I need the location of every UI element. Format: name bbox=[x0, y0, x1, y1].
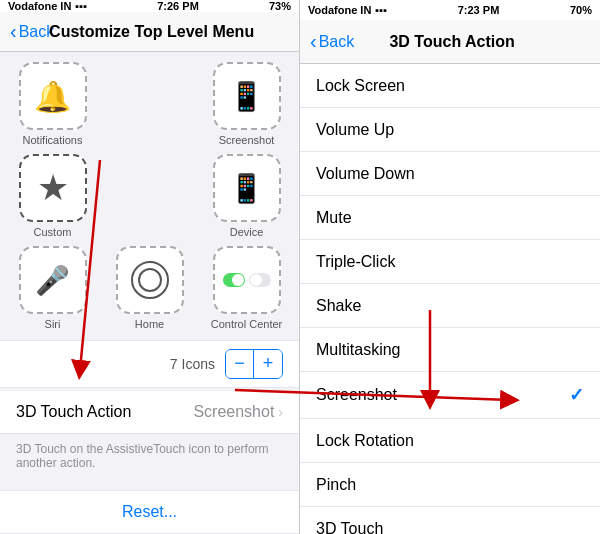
list-item-lock-rotation[interactable]: Lock Rotation bbox=[300, 419, 600, 463]
list-item-pinch[interactable]: Pinch bbox=[300, 463, 600, 507]
checkmark-icon: ✓ bbox=[569, 384, 584, 406]
list-item-label-lock-rotation: Lock Rotation bbox=[316, 432, 584, 450]
list-item-mute[interactable]: Mute bbox=[300, 196, 600, 240]
home-circle bbox=[131, 261, 169, 299]
list-item-screenshot[interactable]: Screenshot ✓ bbox=[300, 372, 600, 419]
icons-grid: Notifications Screenshot ★ Custom Device bbox=[0, 52, 299, 336]
action-list: Lock Screen Volume Up Volume Down Mute T… bbox=[300, 64, 600, 534]
icon-cell-control[interactable]: Control Center bbox=[202, 246, 291, 330]
icon-cell-empty bbox=[105, 62, 194, 146]
list-item-label-3d-touch: 3D Touch bbox=[316, 520, 584, 535]
stepper-minus[interactable]: − bbox=[226, 350, 254, 378]
list-item-label-triple-click: Triple-Click bbox=[316, 253, 584, 271]
icon-label-control: Control Center bbox=[211, 318, 283, 330]
icon-cell-siri[interactable]: Siri bbox=[8, 246, 97, 330]
right-panel: Vodafone IN ▪▪▪ 7:23 PM 70% ‹ Back 3D To… bbox=[300, 0, 600, 534]
icon-count-label: 7 Icons bbox=[170, 356, 215, 372]
left-nav-bar: ‹ Back Customize Top Level Menu bbox=[0, 12, 299, 52]
list-item-triple-click[interactable]: Triple-Click bbox=[300, 240, 600, 284]
list-item-label-shake: Shake bbox=[316, 297, 584, 315]
custom-star-icon: ★ bbox=[37, 167, 69, 209]
icon-box-custom[interactable]: ★ bbox=[19, 154, 87, 222]
time-left: 7:26 PM bbox=[157, 0, 199, 12]
icon-label-siri: Siri bbox=[45, 318, 61, 330]
icon-box-notifications[interactable] bbox=[19, 62, 87, 130]
list-item-multitasking[interactable]: Multitasking bbox=[300, 328, 600, 372]
touch-action-label: 3D Touch Action bbox=[16, 403, 193, 421]
icon-label-screenshot: Screenshot bbox=[219, 134, 275, 146]
notifications-icon bbox=[34, 79, 71, 114]
battery-right: 70% bbox=[570, 4, 592, 16]
control-toggle-icon bbox=[223, 273, 271, 287]
count-row: 7 Icons − + bbox=[0, 340, 299, 388]
icon-cell-home[interactable]: Home bbox=[105, 246, 194, 330]
icon-box-home[interactable] bbox=[116, 246, 184, 314]
chevron-right-icon: › bbox=[278, 404, 283, 420]
status-bar-left: Vodafone IN ▪▪▪ 7:26 PM 73% bbox=[0, 0, 299, 12]
icon-cell-notifications[interactable]: Notifications bbox=[8, 62, 97, 146]
time-right: 7:23 PM bbox=[458, 4, 500, 16]
carrier-left: Vodafone IN bbox=[8, 0, 71, 12]
icon-box-device[interactable] bbox=[213, 154, 281, 222]
list-item-lock-screen[interactable]: Lock Screen bbox=[300, 64, 600, 108]
signal-icon-right: ▪▪▪ bbox=[375, 4, 387, 16]
touch-action-row[interactable]: 3D Touch Action Screenshot › bbox=[0, 391, 299, 434]
icon-box-screenshot[interactable] bbox=[213, 62, 281, 130]
list-item-label-pinch: Pinch bbox=[316, 476, 584, 494]
icon-stepper[interactable]: − + bbox=[225, 349, 283, 379]
icon-box-control[interactable] bbox=[213, 246, 281, 314]
carrier-right: Vodafone IN bbox=[308, 4, 371, 16]
reset-row[interactable]: Reset... bbox=[0, 490, 299, 534]
icon-box-siri[interactable] bbox=[19, 246, 87, 314]
icon-label-notifications: Notifications bbox=[23, 134, 83, 146]
touch-action-value: Screenshot bbox=[193, 403, 274, 421]
list-item-shake[interactable]: Shake bbox=[300, 284, 600, 328]
icon-label-home: Home bbox=[135, 318, 164, 330]
screenshot-icon bbox=[229, 80, 264, 113]
icon-cell-screenshot[interactable]: Screenshot bbox=[202, 62, 291, 146]
stepper-plus[interactable]: + bbox=[254, 350, 282, 378]
icon-cell-device[interactable]: Device bbox=[202, 154, 291, 238]
icon-label-custom: Custom bbox=[34, 226, 72, 238]
nav-title-right: 3D Touch Action bbox=[314, 33, 590, 51]
touch-action-note: 3D Touch on the AssistiveTouch icon to p… bbox=[0, 434, 299, 478]
list-item-label-mute: Mute bbox=[316, 209, 584, 227]
list-item-label-volume-down: Volume Down bbox=[316, 165, 584, 183]
icon-cell-custom[interactable]: ★ Custom bbox=[8, 154, 97, 238]
list-item-label-screenshot: Screenshot bbox=[316, 386, 569, 404]
list-item-label-volume-up: Volume Up bbox=[316, 121, 584, 139]
icon-label-device: Device bbox=[230, 226, 264, 238]
device-icon bbox=[229, 172, 264, 205]
home-inner bbox=[138, 268, 162, 292]
icon-cell-empty2 bbox=[105, 154, 194, 238]
list-item-volume-down[interactable]: Volume Down bbox=[300, 152, 600, 196]
siri-icon bbox=[35, 264, 70, 297]
list-item-label-lock-screen: Lock Screen bbox=[316, 77, 584, 95]
spacer3 bbox=[0, 478, 299, 482]
list-item-label-multitasking: Multitasking bbox=[316, 341, 584, 359]
right-nav-bar: ‹ Back 3D Touch Action bbox=[300, 20, 600, 64]
status-bar-right: Vodafone IN ▪▪▪ 7:23 PM 70% bbox=[300, 0, 600, 20]
signal-icon: ▪▪▪ bbox=[75, 0, 87, 12]
nav-title-left: Customize Top Level Menu bbox=[14, 23, 289, 41]
list-item-volume-up[interactable]: Volume Up bbox=[300, 108, 600, 152]
battery-left: 73% bbox=[269, 0, 291, 12]
reset-link[interactable]: Reset... bbox=[122, 503, 177, 520]
left-panel: Vodafone IN ▪▪▪ 7:26 PM 73% ‹ Back Custo… bbox=[0, 0, 300, 534]
list-item-3d-touch[interactable]: 3D Touch bbox=[300, 507, 600, 534]
